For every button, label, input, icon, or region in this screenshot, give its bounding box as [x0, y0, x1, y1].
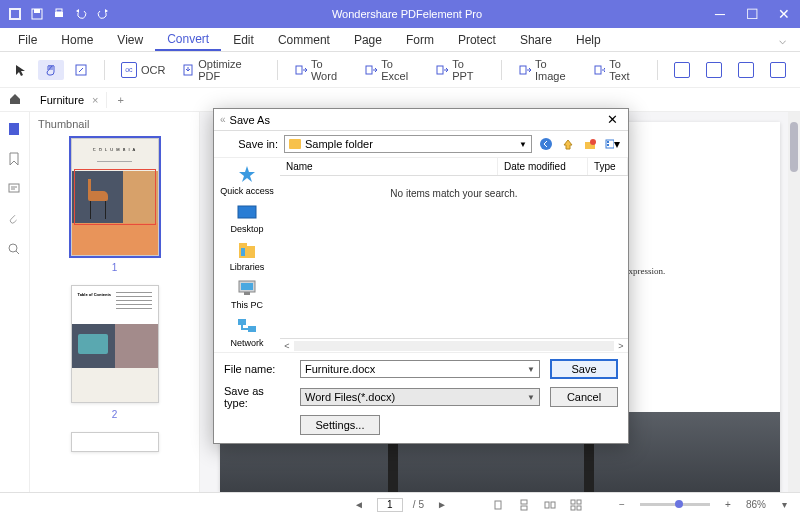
svg-rect-21: [571, 500, 575, 504]
svg-rect-24: [577, 506, 581, 510]
menu-form[interactable]: Form: [394, 30, 446, 50]
savein-combo[interactable]: Sample folder ▼: [284, 135, 532, 153]
document-tab[interactable]: Furniture ×: [32, 92, 107, 108]
cancel-button[interactable]: Cancel: [550, 387, 618, 407]
to-excel-button[interactable]: To Excel: [358, 55, 425, 85]
zoom-out-button[interactable]: −: [614, 497, 630, 513]
format-icon-2[interactable]: [700, 59, 728, 81]
filename-input[interactable]: Furniture.docx▼: [300, 360, 540, 378]
svg-rect-22: [577, 500, 581, 504]
edit-tool[interactable]: [68, 60, 94, 80]
svg-rect-4: [55, 12, 63, 17]
ocr-button[interactable]: ocOCR: [115, 59, 171, 81]
new-folder-icon[interactable]: [582, 136, 598, 152]
menu-file[interactable]: File: [6, 30, 49, 50]
menu-view[interactable]: View: [105, 30, 155, 50]
new-tab-button[interactable]: +: [107, 94, 133, 106]
page-input[interactable]: [377, 498, 403, 512]
zoom-in-button[interactable]: +: [720, 497, 736, 513]
zoom-slider[interactable]: [640, 503, 710, 506]
prev-page-button[interactable]: ◄: [351, 497, 367, 513]
column-headers[interactable]: Name Date modified Type: [280, 158, 628, 176]
view-continuous-icon[interactable]: [516, 497, 532, 513]
svg-rect-18: [521, 506, 527, 510]
file-list[interactable]: Name Date modified Type No items match y…: [280, 158, 628, 352]
menu-comment[interactable]: Comment: [266, 30, 342, 50]
optimize-button[interactable]: Optimize PDF: [175, 55, 267, 85]
view-single-icon[interactable]: [490, 497, 506, 513]
place-this-pc[interactable]: This PC: [231, 276, 263, 312]
vertical-scrollbar[interactable]: [788, 112, 800, 492]
home-icon[interactable]: [8, 92, 24, 108]
thumbnail-page-1[interactable]: C O L U M B I A: [71, 138, 159, 256]
col-type[interactable]: Type: [588, 158, 628, 175]
menu-edit[interactable]: Edit: [221, 30, 266, 50]
thumbnail-page-3[interactable]: [71, 432, 159, 452]
places-bar: Quick access Desktop Libraries This PC N…: [214, 158, 280, 352]
comment-panel-icon[interactable]: [7, 182, 23, 198]
svg-rect-19: [545, 502, 549, 508]
maximize-button[interactable]: ☐: [736, 0, 768, 28]
back-nav-icon[interactable]: [538, 136, 554, 152]
folder-icon: [289, 139, 301, 149]
place-libraries[interactable]: Libraries: [230, 238, 265, 274]
thumbnail-page-2[interactable]: Table of Contents: [71, 285, 159, 403]
app-icon: [8, 7, 22, 21]
svg-rect-34: [239, 243, 247, 247]
horizontal-scrollbar[interactable]: <>: [280, 338, 628, 352]
dialog-close-button[interactable]: ✕: [602, 112, 622, 127]
place-desktop[interactable]: Desktop: [230, 200, 263, 236]
menu-protect[interactable]: Protect: [446, 30, 508, 50]
view-facing-cont-icon[interactable]: [568, 497, 584, 513]
select-tool[interactable]: [8, 60, 34, 80]
menu-home[interactable]: Home: [49, 30, 105, 50]
savetype-select[interactable]: Word Files(*.docx)▼: [300, 388, 540, 406]
svg-rect-13: [9, 123, 19, 135]
place-quick-access[interactable]: Quick access: [220, 162, 274, 198]
minimize-button[interactable]: ─: [704, 0, 736, 28]
print-icon[interactable]: [52, 7, 66, 21]
svg-rect-16: [495, 501, 501, 509]
menu-convert[interactable]: Convert: [155, 29, 221, 51]
menubar: File Home View Convert Edit Comment Page…: [0, 28, 800, 52]
col-date[interactable]: Date modified: [498, 158, 588, 175]
thumbnail-panel-icon[interactable]: [7, 122, 23, 138]
up-nav-icon[interactable]: [560, 136, 576, 152]
next-page-button[interactable]: ►: [434, 497, 450, 513]
to-text-button[interactable]: To Text: [587, 55, 648, 85]
save-icon[interactable]: [30, 7, 44, 21]
bookmark-panel-icon[interactable]: [7, 152, 23, 168]
zoom-dropdown-icon[interactable]: ▾: [776, 497, 792, 513]
close-button[interactable]: ✕: [768, 0, 800, 28]
place-network[interactable]: Network: [230, 314, 263, 350]
attachment-panel-icon[interactable]: [7, 212, 23, 228]
titlebar: Wondershare PDFelement Pro ─ ☐ ✕: [0, 0, 800, 28]
to-ppt-button[interactable]: To PPT: [429, 55, 491, 85]
view-menu-icon[interactable]: ▾: [604, 136, 620, 152]
menu-help[interactable]: Help: [564, 30, 613, 50]
format-icon-1[interactable]: [668, 59, 696, 81]
save-button[interactable]: Save: [550, 359, 618, 379]
svg-rect-10: [437, 66, 443, 74]
tab-close-icon[interactable]: ×: [92, 94, 98, 106]
settings-button[interactable]: Settings...: [300, 415, 380, 435]
tab-label: Furniture: [40, 94, 84, 106]
col-name[interactable]: Name: [280, 158, 498, 175]
to-image-button[interactable]: To Image: [512, 55, 582, 85]
undo-icon[interactable]: [74, 7, 88, 21]
format-icon-4[interactable]: [764, 59, 792, 81]
format-icon-3[interactable]: [732, 59, 760, 81]
view-facing-icon[interactable]: [542, 497, 558, 513]
svg-point-27: [590, 139, 596, 145]
search-panel-icon[interactable]: [7, 242, 23, 258]
collapse-ribbon-icon[interactable]: ⌵: [779, 33, 794, 47]
svg-rect-35: [241, 248, 245, 256]
dialog-back-icon[interactable]: «: [220, 114, 226, 125]
menu-page[interactable]: Page: [342, 30, 394, 50]
redo-icon[interactable]: [96, 7, 110, 21]
hand-tool[interactable]: [38, 60, 64, 80]
svg-rect-12: [595, 66, 601, 74]
to-word-button[interactable]: To Word: [288, 55, 354, 85]
svg-rect-20: [551, 502, 555, 508]
menu-share[interactable]: Share: [508, 30, 564, 50]
